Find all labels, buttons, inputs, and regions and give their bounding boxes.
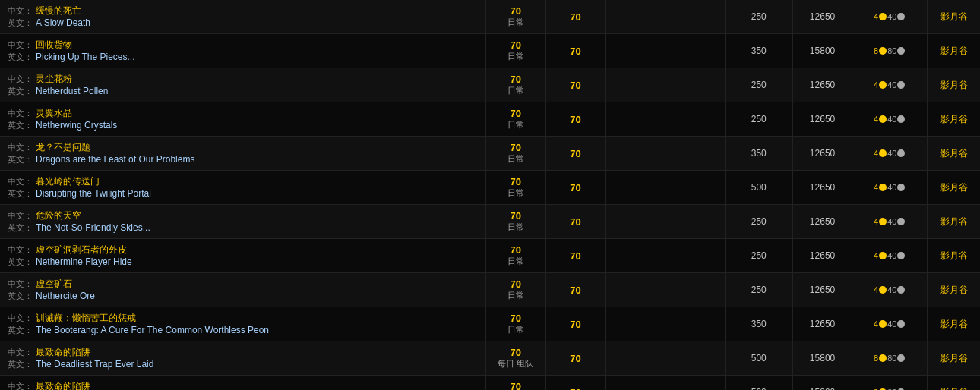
- quest-xp: 350: [726, 307, 793, 341]
- table-row[interactable]: 中文： 虚空矿洞剥石者的外皮 英文： Nethermine Flayer Hid…: [0, 239, 980, 273]
- gold-coin-icon: [879, 286, 887, 294]
- quest-zone: 影月谷: [928, 0, 980, 33]
- quest-reward: 4 40: [852, 239, 928, 272]
- quest-xp: 250: [726, 102, 793, 136]
- quest-level-cell: 70 日常: [486, 273, 546, 307]
- quest-reward: 4 40: [852, 273, 928, 307]
- quest-reward: 4 40: [852, 102, 928, 136]
- gold-coin-icon: [879, 320, 887, 328]
- quest-level: 70: [511, 74, 521, 85]
- quest-money: 12650: [793, 0, 853, 33]
- reward-silver: 40: [887, 115, 896, 124]
- quest-level: 70: [511, 39, 521, 51]
- reward-silver: 40: [887, 80, 896, 90]
- quest-xp: 250: [726, 205, 793, 238]
- gold-coin-icon: [879, 218, 887, 225]
- col-empty1: [606, 307, 666, 341]
- silver-coin-icon: [897, 149, 905, 157]
- table-row[interactable]: 中文： 最致命的陷阱 英文： The Deadliest Trap Ever L…: [0, 376, 980, 390]
- quest-en-name: Netherdust Pollen: [36, 86, 108, 96]
- quest-en-name: Netherwing Crystals: [36, 120, 117, 131]
- reward-gold: 4: [874, 115, 878, 124]
- reward-silver: 40: [887, 251, 896, 260]
- en-label: 英文：: [8, 256, 33, 268]
- zh-label: 中文：: [8, 5, 33, 17]
- quest-zone: 影月谷: [928, 102, 980, 136]
- table-row[interactable]: 中文： 回收货物 英文： Picking Up The Pieces... 70…: [0, 34, 980, 68]
- quest-req-level: 70: [546, 102, 606, 136]
- en-label: 英文：: [8, 17, 33, 29]
- quest-name-cell: 中文： 灵翼水晶 英文： Netherwing Crystals: [0, 102, 486, 136]
- quest-xp: 250: [726, 0, 793, 33]
- quest-zh-name: 缓慢的死亡: [36, 5, 81, 17]
- quest-en-name: The Not-So-Friendly Skies...: [36, 222, 150, 233]
- quest-req-level: 70: [546, 205, 606, 238]
- zh-label: 中文：: [8, 244, 33, 256]
- table-row[interactable]: 中文： 危险的天空 英文： The Not-So-Friendly Skies.…: [0, 205, 980, 239]
- col-empty1: [606, 68, 666, 102]
- table-row[interactable]: 中文： 虚空矿石 英文： Nethercite Ore 70 日常 70 250…: [0, 273, 980, 307]
- col-empty1: [606, 34, 666, 68]
- quest-level-cell: 70 日常: [486, 68, 546, 102]
- col-empty2: [665, 137, 726, 170]
- quest-zone: 影月谷: [928, 205, 980, 238]
- quest-zone: 影月谷: [928, 239, 980, 272]
- reward-silver: 40: [887, 183, 896, 192]
- quest-type: 日常: [507, 51, 524, 62]
- quest-req-level: 70: [546, 171, 606, 204]
- quest-en-name: The Deadliest Trap Ever Laid: [36, 359, 153, 370]
- zh-label: 中文：: [8, 176, 33, 187]
- table-row[interactable]: 中文： 最致命的陷阱 英文： The Deadliest Trap Ever L…: [0, 341, 980, 376]
- quest-money: 12650: [793, 171, 853, 204]
- reward-gold: 8: [874, 354, 878, 363]
- table-row[interactable]: 中文： 缓慢的死亡 英文： A Slow Death 70 日常 70 250 …: [0, 0, 980, 34]
- gold-coin-icon: [879, 184, 887, 191]
- quest-xp: 500: [726, 171, 793, 204]
- quest-reward: 8 80: [852, 34, 928, 68]
- quest-xp: 250: [726, 68, 793, 102]
- quest-name-cell: 中文： 最致命的陷阱 英文： The Deadliest Trap Ever L…: [0, 341, 486, 375]
- quest-level: 70: [511, 381, 521, 390]
- quest-level-cell: 70 日常: [486, 239, 546, 272]
- quest-en-name: The Booterang: A Cure For The Common Wor…: [36, 325, 269, 335]
- quest-zh-name: 暮光岭的传送门: [36, 175, 100, 188]
- table-row[interactable]: 中文： 灵尘花粉 英文： Netherdust Pollen 70 日常 70 …: [0, 68, 980, 102]
- quest-type: 日常: [507, 324, 524, 335]
- silver-coin-icon: [897, 115, 905, 123]
- quest-reward: 4 40: [852, 171, 928, 204]
- table-row[interactable]: 中文： 暮光岭的传送门 英文： Disrupting the Twilight …: [0, 171, 980, 205]
- reward-silver: 40: [887, 149, 896, 158]
- quest-en-name: A Slow Death: [36, 17, 90, 28]
- quest-level: 70: [511, 176, 521, 187]
- col-empty1: [606, 205, 666, 238]
- quest-name-cell: 中文： 最致命的陷阱 英文： The Deadliest Trap Ever L…: [0, 376, 486, 390]
- quest-name-cell: 中文： 训诫鞭：懒惰苦工的惩戒 英文： The Booterang: A Cur…: [0, 307, 486, 341]
- en-label: 英文：: [8, 120, 33, 131]
- en-label: 英文：: [8, 86, 33, 97]
- quest-zh-name: 回收货物: [36, 39, 72, 52]
- quest-money: 12650: [793, 102, 853, 136]
- reward-gold: 4: [874, 12, 878, 21]
- quest-level: 70: [511, 142, 521, 153]
- quest-money: 12650: [793, 137, 853, 170]
- quest-zh-name: 灵翼水晶: [36, 107, 72, 120]
- quest-type: 日常: [507, 119, 524, 131]
- table-row[interactable]: 中文： 训诫鞭：懒惰苦工的惩戒 英文： The Booterang: A Cur…: [0, 307, 980, 341]
- table-row[interactable]: 中文： 灵翼水晶 英文： Netherwing Crystals 70 日常 7…: [0, 102, 980, 137]
- col-empty1: [606, 273, 666, 307]
- quest-zone: 影月谷: [928, 171, 980, 204]
- reward-gold: 4: [874, 285, 878, 294]
- quest-level: 70: [511, 108, 521, 119]
- silver-coin-icon: [897, 252, 905, 259]
- quest-type: 日常: [507, 256, 524, 267]
- quest-req-level: 70: [546, 137, 606, 170]
- quest-level-cell: 70 日常: [486, 171, 546, 204]
- quest-zh-name: 虚空矿洞剥石者的外皮: [36, 244, 127, 256]
- quest-zone: 影月谷: [928, 68, 980, 102]
- col-empty2: [665, 307, 726, 341]
- quest-en-name: Nethercite Ore: [36, 291, 95, 301]
- col-empty1: [606, 239, 666, 272]
- table-row[interactable]: 中文： 龙？不是问题 英文： Dragons are the Least of …: [0, 137, 980, 171]
- quest-name-cell: 中文： 虚空矿石 英文： Nethercite Ore: [0, 273, 486, 307]
- quest-zh-name: 训诫鞭：懒惰苦工的惩戒: [36, 312, 136, 325]
